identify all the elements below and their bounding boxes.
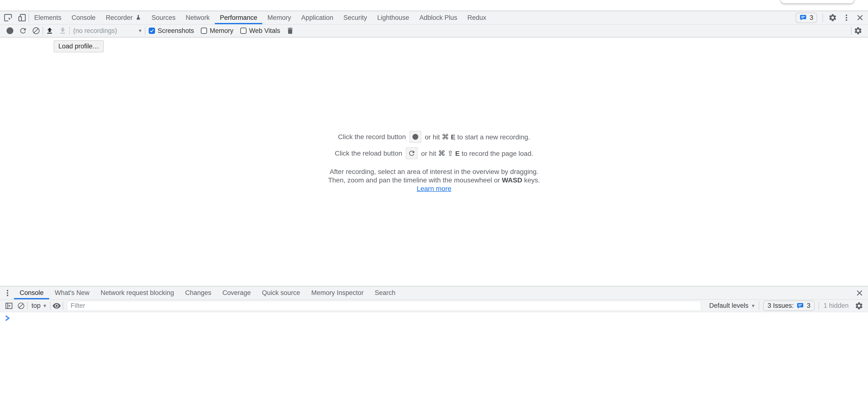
load-profile-icon[interactable]	[43, 27, 56, 35]
save-profile-icon	[56, 27, 69, 35]
console-prompt-chevron-icon	[4, 315, 10, 321]
capture-settings-gear-icon[interactable]	[851, 26, 865, 35]
browser-chrome-strip	[0, 0, 868, 11]
reload-hint-line: Click the reload button or hit ⌘ ⇧ E to …	[335, 147, 533, 159]
learn-more-link[interactable]: Learn more	[416, 184, 451, 192]
record-hint-line: Click the record button or hit ⌘ E to st…	[338, 131, 530, 142]
drawer: Console What's New Network request block…	[0, 286, 868, 406]
console-settings-gear-icon[interactable]	[853, 302, 865, 310]
record-button[interactable]	[3, 27, 17, 34]
device-toolbar-icon[interactable]	[18, 13, 27, 22]
inspect-element-icon[interactable]	[3, 13, 12, 22]
load-profile-tooltip: Load profile…	[54, 40, 104, 52]
tab-console[interactable]: Console	[67, 11, 101, 24]
drawer-tab-search[interactable]: Search	[369, 286, 401, 299]
console-toolbar: top ▾ Default levels ▾ 3 Issues: 3	[0, 300, 868, 312]
tab-security[interactable]: Security	[338, 11, 372, 24]
drawer-tab-changes[interactable]: Changes	[180, 286, 217, 299]
console-output-area[interactable]	[0, 312, 868, 406]
after-recording-hint: After recording, select an area of inter…	[322, 167, 546, 193]
performance-toolbar: (no recordings) ▾ Screenshots Memory Web…	[0, 25, 868, 37]
chevron-down-icon: ▾	[43, 303, 46, 309]
record-icon	[6, 27, 13, 34]
separator	[145, 27, 145, 35]
close-devtools-icon[interactable]	[856, 13, 864, 22]
tab-network[interactable]: Network	[181, 11, 215, 24]
shift-key-glyph: ⇧	[447, 149, 454, 157]
inline-reload-button[interactable]	[406, 147, 417, 159]
drawer-tabbar: Console What's New Network request block…	[0, 286, 868, 300]
drawer-close-icon[interactable]	[856, 286, 868, 299]
separator	[63, 302, 63, 310]
tab-adblock-plus[interactable]: Adblock Plus	[414, 11, 462, 24]
separator	[818, 302, 819, 310]
console-sidebar-toggle-icon[interactable]	[3, 302, 15, 310]
drawer-tab-console[interactable]: Console	[14, 286, 49, 299]
console-issues-button[interactable]: 3 Issues: 3	[763, 301, 815, 311]
tab-memory[interactable]: Memory	[262, 11, 296, 24]
screenshots-checkbox-group[interactable]: Screenshots	[149, 27, 194, 35]
drawer-tab-memory-inspector[interactable]: Memory Inspector	[306, 286, 369, 299]
tab-application[interactable]: Application	[296, 11, 338, 24]
more-options-icon[interactable]	[842, 13, 850, 22]
tab-recorder[interactable]: Recorder	[101, 11, 147, 24]
screenshots-checkbox[interactable]	[149, 28, 155, 34]
chevron-down-icon: ▾	[752, 303, 754, 309]
issues-message-icon	[800, 14, 807, 21]
drawer-tab-network-request-blocking[interactable]: Network request blocking	[95, 286, 180, 299]
settings-gear-icon[interactable]	[828, 13, 837, 22]
memory-checkbox[interactable]	[201, 28, 207, 34]
live-expression-eye-icon[interactable]	[51, 302, 63, 310]
tab-sources[interactable]: Sources	[147, 11, 181, 24]
cmd-key-glyph: ⌘	[442, 133, 449, 141]
record-and-reload-button[interactable]	[17, 27, 30, 35]
tab-elements[interactable]: Elements	[29, 11, 67, 24]
separator	[759, 302, 759, 310]
web-vitals-checkbox[interactable]	[240, 28, 247, 34]
drawer-tab-quick-source[interactable]: Quick source	[256, 286, 306, 299]
performance-panel-body: Load profile… Click the record button or…	[0, 37, 868, 286]
recordings-dropdown[interactable]: (no recordings) ▾	[70, 27, 145, 35]
garbage-collect-icon[interactable]	[284, 27, 297, 35]
clear-recording-icon[interactable]	[30, 27, 42, 35]
issues-counter-button[interactable]: 3	[796, 12, 817, 23]
empty-state-instructions: Click the record button or hit ⌘ E to st…	[322, 131, 546, 193]
issues-count: 3	[807, 302, 810, 309]
log-levels-dropdown[interactable]: Default levels ▾	[705, 302, 759, 309]
drawer-tab-coverage[interactable]: Coverage	[217, 286, 256, 299]
browser-popup-fragment	[781, 0, 854, 3]
devtools-tabbar: Elements Console Recorder Sources Networ…	[0, 11, 868, 25]
panel-tabs: Elements Console Recorder Sources Networ…	[29, 11, 491, 24]
inline-record-button[interactable]	[409, 131, 421, 142]
console-filter-input[interactable]	[67, 301, 701, 311]
issues-count: 3	[810, 14, 813, 22]
active-tab-underline	[215, 23, 262, 24]
cmd-key-glyph: ⌘	[438, 149, 445, 157]
drawer-tab-whats-new[interactable]: What's New	[49, 286, 95, 299]
drawer-menu-icon[interactable]	[0, 286, 14, 299]
clear-console-icon[interactable]	[15, 302, 27, 310]
web-vitals-checkbox-group[interactable]: Web Vitals	[240, 27, 280, 35]
chevron-down-icon: ▾	[139, 28, 142, 34]
tab-lighthouse[interactable]: Lighthouse	[372, 11, 414, 24]
separator	[823, 13, 823, 22]
record-icon	[412, 134, 418, 140]
tab-redux[interactable]: Redux	[462, 11, 491, 24]
issues-message-icon	[797, 302, 804, 309]
active-tab-underline	[14, 298, 49, 299]
memory-checkbox-group[interactable]: Memory	[201, 27, 234, 35]
javascript-context-dropdown[interactable]: top ▾	[28, 302, 50, 309]
hidden-messages-count: 1 hidden	[824, 302, 848, 309]
experiment-flask-icon	[135, 14, 142, 21]
tab-performance[interactable]: Performance	[215, 11, 262, 24]
